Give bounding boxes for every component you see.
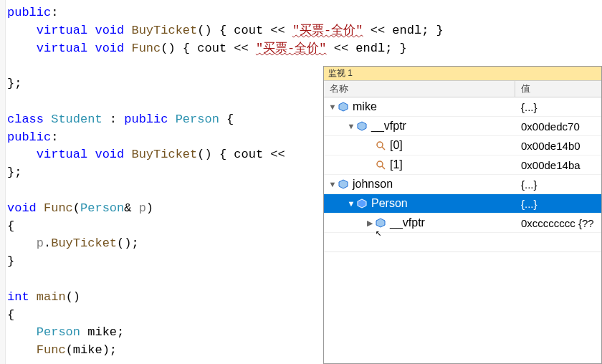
ident-endl: endl — [392, 24, 421, 37]
inspect-icon — [376, 140, 386, 150]
svg-line-3 — [382, 147, 385, 150]
code-text: : — [51, 130, 58, 144]
code-text: (); — [117, 236, 139, 250]
watch-var-name: mike — [353, 100, 377, 113]
type-name: Person — [176, 112, 219, 126]
ident-mike: mike — [73, 343, 102, 357]
watch-var-value: 0x00de14b0 — [515, 140, 601, 152]
keyword-public: public — [7, 6, 51, 19]
code-text: () — [66, 290, 80, 304]
watch-row[interactable]: __vfptr0x00dedc70 — [324, 117, 601, 136]
collapse-icon[interactable] — [347, 122, 355, 130]
code-text: () { — [161, 42, 197, 55]
watch-panel-title[interactable]: 监视 1 — [324, 67, 601, 81]
type-name: Student — [51, 112, 102, 126]
svg-marker-0 — [339, 102, 348, 111]
svg-marker-8 — [376, 219, 385, 227]
keyword-int: int — [7, 290, 29, 304]
svg-marker-7 — [358, 199, 366, 208]
watch-name-cell: johnson — [324, 178, 515, 191]
watch-name-cell: __vfptr — [324, 216, 515, 229]
keyword-virtual: virtual — [37, 24, 87, 37]
code-text: }; — [7, 77, 22, 90]
ident-p: p — [37, 236, 44, 250]
variable-icon — [357, 121, 367, 131]
code-text: : — [51, 6, 58, 19]
watch-column-value[interactable]: 值 — [515, 81, 601, 97]
code-text: << — [263, 24, 292, 37]
variable-icon — [357, 198, 367, 209]
watch-var-name: [1] — [390, 158, 403, 171]
code-text: ); — [102, 343, 117, 357]
func-name: Func — [44, 201, 73, 215]
watch-var-value: 0x00dedc70 — [515, 120, 601, 133]
keyword-class: class — [7, 112, 44, 126]
code-text: << — [263, 148, 285, 161]
watch-var-name: Person — [371, 197, 408, 210]
watch-var-value: {...} — [515, 198, 601, 210]
svg-point-2 — [377, 142, 383, 148]
string-literal: "买票-全价" — [292, 24, 363, 37]
watch-row[interactable]: [0]0x00de14b0 — [324, 136, 601, 155]
variable-icon — [338, 102, 348, 112]
code-text: () { — [197, 148, 234, 161]
watch-empty-row[interactable] — [324, 233, 601, 252]
watch-var-name: __vfptr — [390, 216, 425, 229]
keyword-void: void — [95, 42, 124, 55]
keyword-virtual: virtual — [37, 42, 87, 55]
watch-var-value: {...} — [515, 178, 601, 191]
watch-row[interactable]: [1]0x00de14ba — [324, 155, 601, 175]
type-name: Person — [37, 325, 80, 339]
func-name: BuyTicket — [51, 236, 117, 250]
svg-marker-6 — [339, 180, 348, 188]
string-literal: "买票-全价" — [256, 42, 327, 55]
watch-var-name: [0] — [390, 139, 403, 152]
code-text: ; } — [421, 24, 444, 37]
editor-margin — [0, 0, 6, 364]
watch-var-value: {...} — [515, 101, 601, 113]
watch-row[interactable]: Person{...} — [324, 194, 601, 214]
code-text: }; — [7, 166, 22, 179]
collapse-icon[interactable] — [347, 199, 355, 208]
watch-var-name: __vfptr — [371, 120, 406, 133]
watch-panel[interactable]: 监视 1 名称 值 mike{...}__vfptr0x00dedc70 [0]… — [323, 66, 602, 364]
keyword-void: void — [95, 148, 124, 161]
watch-name-cell: [1] — [324, 158, 515, 171]
ident-cout: cout — [234, 148, 263, 161]
keyword-public: public — [124, 112, 168, 126]
svg-point-4 — [377, 161, 383, 167]
svg-line-5 — [382, 166, 385, 169]
code-text: ; } — [385, 42, 407, 55]
watch-body: mike{...}__vfptr0x00dedc70 [0]0x00de14b0… — [324, 97, 601, 233]
code-text: () { — [197, 24, 234, 37]
func-name: Func — [37, 343, 66, 357]
code-text: { — [219, 112, 234, 126]
keyword-public: public — [7, 130, 51, 144]
inspect-icon — [376, 160, 386, 170]
code-text: . — [44, 236, 51, 250]
watch-row[interactable]: mike{...} — [324, 97, 601, 117]
watch-row[interactable]: johnson{...} — [324, 175, 601, 194]
watch-name-cell: mike — [324, 100, 515, 113]
variable-icon — [376, 218, 386, 228]
watch-column-name[interactable]: 名称 — [324, 81, 515, 97]
ident-mike: mike — [87, 325, 117, 339]
watch-header: 名称 值 — [324, 81, 601, 97]
keyword-void: void — [7, 201, 37, 215]
collapse-icon[interactable] — [328, 102, 337, 111]
func-name: BuyTicket — [131, 148, 197, 161]
type-name: Person — [80, 201, 124, 215]
code-text: : — [102, 112, 125, 126]
watch-name-cell: __vfptr — [324, 120, 515, 133]
watch-name-cell: Person — [324, 197, 515, 210]
svg-marker-1 — [358, 122, 366, 130]
watch-var-value: 0x00de14ba — [515, 159, 601, 171]
ident-cout: cout — [234, 24, 263, 37]
watch-name-cell: [0] — [324, 139, 515, 152]
ident-endl: endl — [355, 42, 385, 55]
code-text: << — [226, 42, 256, 55]
collapse-icon[interactable] — [328, 180, 337, 188]
expand-icon[interactable] — [366, 219, 374, 228]
code-text: ) — [146, 201, 153, 215]
watch-row[interactable]: __vfptr0xcccccccc {?? — [324, 214, 601, 233]
